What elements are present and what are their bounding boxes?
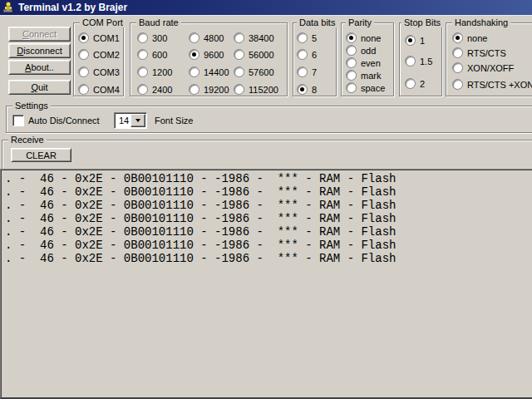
radio-label: 38400 bbox=[249, 33, 274, 43]
radio-label: 4800 bbox=[204, 33, 224, 43]
radio-icon bbox=[78, 49, 89, 60]
radio-label: 57600 bbox=[249, 67, 274, 77]
radio-icon bbox=[189, 49, 200, 60]
radio-icon bbox=[234, 84, 244, 95]
titlebar[interactable]: Terminal v1.2 by Brajer bbox=[0, 0, 532, 15]
radio-baud-115200[interactable]: 115200 bbox=[234, 84, 278, 95]
radio-label: 1 bbox=[420, 36, 425, 46]
radio-label: 7 bbox=[312, 67, 317, 77]
about-button[interactable]: About.. bbox=[8, 60, 71, 75]
radio-parity-even[interactable]: even bbox=[346, 57, 381, 68]
radio-handshake-none[interactable]: none bbox=[452, 32, 487, 43]
radio-com2[interactable]: COM2 bbox=[78, 49, 120, 60]
connect-button[interactable]: Connect bbox=[8, 27, 71, 42]
radio-label: 9600 bbox=[204, 50, 224, 60]
radio-baud-57600[interactable]: 57600 bbox=[234, 66, 274, 77]
radio-icon bbox=[346, 32, 357, 43]
radio-label: none bbox=[361, 33, 381, 43]
baud-rate-group-label: Baud rate bbox=[136, 17, 181, 27]
receive-line: . - 46 - 0x2E - 0B00101110 - -1986 - ***… bbox=[5, 185, 532, 199]
receive-line: . - 46 - 0x2E - 0B00101110 - -1986 - ***… bbox=[5, 225, 532, 239]
radio-label: 600 bbox=[152, 50, 167, 60]
stop-bits-group: Stop Bits 1 1.5 2 bbox=[399, 22, 442, 96]
radio-stopbits-1-5[interactable]: 1.5 bbox=[405, 56, 432, 66]
radio-com4[interactable]: COM4 bbox=[78, 84, 120, 95]
radio-parity-none[interactable]: none bbox=[346, 32, 381, 43]
radio-icon bbox=[297, 84, 308, 95]
radio-icon bbox=[452, 79, 463, 90]
clear-button[interactable]: CLEAR bbox=[11, 148, 71, 162]
radio-icon bbox=[452, 47, 463, 58]
receive-line: . - 46 - 0x2E - 0B00101110 - -1986 - ***… bbox=[5, 172, 532, 185]
radio-baud-4800[interactable]: 4800 bbox=[189, 32, 224, 43]
radio-handshake-xonxoff[interactable]: XON/XOFF bbox=[452, 62, 514, 73]
disconnect-button[interactable]: Disconnect bbox=[8, 43, 71, 58]
radio-icon bbox=[346, 70, 357, 81]
chevron-down-icon bbox=[135, 119, 140, 122]
radio-label: 2400 bbox=[152, 85, 172, 95]
radio-baud-9600[interactable]: 9600 bbox=[189, 49, 224, 60]
radio-parity-mark[interactable]: mark bbox=[346, 70, 381, 81]
radio-handshake-rtscts[interactable]: RTS/CTS bbox=[452, 47, 506, 58]
receive-textarea[interactable]: . - 46 - 0x2E - 0B00101110 - -1986 - ***… bbox=[0, 169, 532, 399]
radio-baud-300[interactable]: 300 bbox=[137, 32, 167, 43]
parity-group-label: Parity bbox=[346, 17, 374, 27]
auto-disconnect-checkbox[interactable] bbox=[12, 115, 24, 126]
radio-icon bbox=[137, 66, 148, 77]
radio-icon bbox=[346, 82, 357, 93]
data-bits-group: Data bits 5 6 7 8 bbox=[293, 22, 337, 96]
radio-label: COM1 bbox=[93, 33, 120, 43]
radio-icon bbox=[234, 49, 244, 60]
about-button-label: About.. bbox=[25, 62, 54, 72]
data-bits-group-label: Data bits bbox=[297, 17, 337, 27]
radio-icon bbox=[405, 56, 416, 66]
receive-line: . - 46 - 0x2E - 0B00101110 - -1986 - ***… bbox=[5, 239, 532, 252]
radio-icon bbox=[189, 66, 200, 77]
radio-baud-38400[interactable]: 38400 bbox=[234, 32, 274, 43]
radio-com1[interactable]: COM1 bbox=[78, 32, 120, 43]
radio-databits-6[interactable]: 6 bbox=[297, 49, 317, 60]
font-size-combobox[interactable]: 14 bbox=[114, 112, 147, 129]
radio-icon bbox=[346, 57, 357, 68]
radio-stopbits-2[interactable]: 2 bbox=[405, 78, 425, 89]
radio-icon bbox=[405, 78, 416, 89]
radio-label: mark bbox=[361, 71, 381, 81]
radio-com3[interactable]: COM3 bbox=[78, 66, 120, 77]
radio-label: 300 bbox=[152, 33, 167, 43]
radio-icon bbox=[78, 66, 89, 77]
clear-button-label: CLEAR bbox=[26, 150, 57, 160]
radio-icon bbox=[346, 45, 357, 56]
quit-button[interactable]: Quit bbox=[8, 80, 71, 95]
radio-baud-19200[interactable]: 19200 bbox=[189, 84, 229, 95]
combo-dropdown-button[interactable] bbox=[131, 114, 145, 127]
parity-group: Parity none odd even mark space bbox=[341, 22, 394, 96]
radio-icon bbox=[234, 66, 244, 77]
radio-baud-600[interactable]: 600 bbox=[137, 49, 167, 60]
com-port-group: COM Port COM1 COM2 COM3 COM4 bbox=[73, 22, 124, 96]
radio-icon bbox=[137, 49, 148, 60]
com-port-group-label: COM Port bbox=[80, 17, 126, 27]
radio-icon bbox=[137, 84, 148, 95]
radio-baud-2400[interactable]: 2400 bbox=[137, 84, 172, 95]
radio-icon bbox=[297, 49, 308, 60]
handshaking-group: Handshaking none RTS/CTS XON/XOFF RTS/CT… bbox=[446, 22, 532, 96]
radio-databits-5[interactable]: 5 bbox=[297, 32, 317, 43]
app-icon bbox=[2, 2, 14, 13]
radio-label: space bbox=[361, 83, 385, 93]
radio-stopbits-1[interactable]: 1 bbox=[405, 35, 425, 46]
radio-icon bbox=[189, 32, 200, 43]
radio-label: odd bbox=[361, 46, 376, 56]
radio-baud-56000[interactable]: 56000 bbox=[234, 49, 274, 60]
radio-parity-space[interactable]: space bbox=[346, 82, 385, 93]
radio-databits-8[interactable]: 8 bbox=[297, 84, 317, 95]
radio-parity-odd[interactable]: odd bbox=[346, 45, 376, 56]
radio-label: 14400 bbox=[204, 67, 229, 77]
settings-group-label: Settings bbox=[12, 101, 51, 111]
radio-icon bbox=[234, 32, 244, 43]
quit-button-label: Quit bbox=[31, 82, 47, 92]
radio-handshake-rtscts-xonxoff[interactable]: RTS/CTS +XON bbox=[452, 79, 532, 90]
radio-databits-7[interactable]: 7 bbox=[297, 66, 317, 77]
radio-baud-1200[interactable]: 1200 bbox=[137, 66, 172, 77]
radio-baud-14400[interactable]: 14400 bbox=[189, 66, 229, 77]
radio-label: 1200 bbox=[152, 67, 172, 77]
